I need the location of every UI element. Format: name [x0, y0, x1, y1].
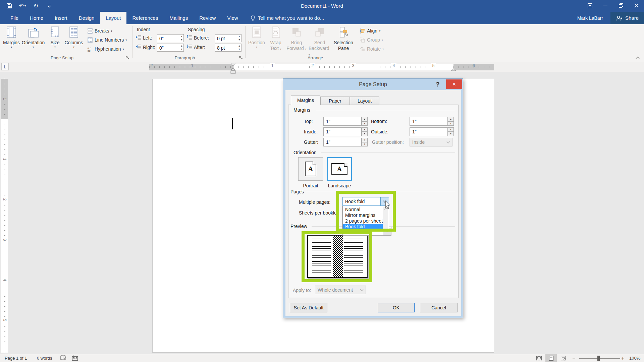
tab-mailings[interactable]: Mailings: [164, 12, 194, 24]
spacing-after-field[interactable]: 8 pt ▲▼: [215, 44, 241, 52]
size-button[interactable]: Size ▾: [48, 25, 62, 49]
dialog-tab-paper[interactable]: Paper: [320, 97, 350, 105]
minimize-button[interactable]: [598, 0, 613, 11]
bottom-label: Bottom:: [371, 119, 387, 124]
page-count[interactable]: Page 1 of 1: [5, 354, 27, 362]
paragraph-dialog-launcher[interactable]: [239, 56, 244, 61]
outside-spinner[interactable]: ▲▼: [448, 127, 454, 136]
mouse-cursor: [384, 200, 391, 210]
sheets-per-booklet-label: Sheets per booklet:: [299, 210, 339, 216]
gutter-position-label: Gutter position:: [372, 139, 404, 145]
gutter-field[interactable]: 1" ▲▼: [323, 138, 362, 146]
outside-field[interactable]: 1" ▲▼: [410, 127, 448, 136]
rotate-label: Rotate: [367, 46, 381, 52]
portrait-option[interactable]: A: [298, 157, 323, 181]
bring-forward-label-2: Forward ▾: [286, 46, 306, 51]
web-layout-button[interactable]: [557, 354, 569, 362]
gutter-spinner[interactable]: ▲▼: [362, 138, 368, 146]
word-count[interactable]: 0 words: [37, 354, 52, 362]
hyphenation-icon: abc: [87, 46, 93, 52]
right-indent-marker[interactable]: [451, 68, 456, 71]
spacing-before-label: Before:: [194, 35, 209, 41]
spacing-before-spinner[interactable]: ▲▼: [238, 35, 240, 42]
tab-home[interactable]: Home: [24, 12, 49, 24]
spacing-before-field[interactable]: 0 pt ▲▼: [215, 34, 241, 42]
cancel-button[interactable]: Cancel: [420, 303, 458, 312]
macro-button[interactable]: [72, 355, 78, 361]
read-mode-button[interactable]: [533, 354, 545, 362]
tab-stop-selector[interactable]: L: [1, 63, 9, 70]
top-field[interactable]: 1" ▲▼: [323, 117, 362, 126]
share-button[interactable]: Share: [610, 12, 644, 24]
margins-label: Margins: [3, 40, 20, 46]
ruler-number: 1: [2, 96, 7, 102]
zoom-out-button[interactable]: −: [572, 354, 575, 362]
tab-references[interactable]: References: [126, 12, 164, 24]
restore-button[interactable]: [613, 0, 629, 11]
indent-right-field[interactable]: 0" ▲▼: [157, 44, 184, 52]
proofing-status-button[interactable]: [60, 355, 66, 361]
tab-review[interactable]: Review: [194, 12, 221, 24]
set-as-default-button[interactable]: Set As Default: [290, 303, 327, 312]
tab-view[interactable]: View: [221, 12, 244, 24]
web-layout-icon: [560, 356, 566, 361]
tell-me-box[interactable]: Tell me what you want to do...: [251, 12, 324, 24]
ruler-number: 4: [2, 277, 7, 283]
spacing-after-spinner[interactable]: ▲▼: [238, 44, 240, 51]
indent-left-spinner[interactable]: ▲▼: [180, 35, 183, 42]
dialog-help-button[interactable]: ?: [433, 80, 442, 89]
top-spinner[interactable]: ▲▼: [362, 117, 368, 126]
gutter-label: Gutter:: [304, 139, 318, 145]
user-name[interactable]: Mark LaBarr: [577, 15, 603, 21]
vertical-ruler[interactable]: 1 1 2 3 4 5: [1, 72, 8, 354]
dialog-close-button[interactable]: ×: [446, 79, 462, 89]
horizontal-ruler[interactable]: 2 1 1 2 3 4 5 6: [0, 62, 644, 72]
orientation-button[interactable]: Orientation ▾: [21, 25, 45, 49]
zoom-slider-track[interactable]: [579, 358, 620, 359]
window-controls: [582, 0, 644, 12]
hyphenation-caret-icon: ▾: [123, 48, 124, 51]
ribbon-display-options-button[interactable]: [582, 0, 598, 11]
landscape-option[interactable]: A: [327, 157, 352, 181]
tab-file[interactable]: File: [5, 12, 24, 24]
tab-design[interactable]: Design: [73, 12, 100, 24]
tab-insert[interactable]: Insert: [49, 12, 73, 24]
portrait-page-icon: A: [305, 162, 316, 176]
zoom-in-button[interactable]: +: [621, 354, 624, 362]
tab-layout[interactable]: Layout: [100, 12, 126, 24]
print-layout-button[interactable]: [545, 354, 557, 362]
page-setup-dialog-launcher[interactable]: [125, 56, 130, 61]
zoom-level[interactable]: 100%: [629, 354, 640, 362]
line-numbers-button[interactable]: Line Numbers ▾: [87, 36, 127, 44]
pages-section-label: Pages: [290, 189, 304, 194]
close-button[interactable]: [629, 0, 644, 11]
ruler-number: 3: [2, 237, 7, 242]
hyphenation-button[interactable]: abc Hyphenation ▾: [87, 45, 124, 53]
indent-left-field[interactable]: 0" ▲▼: [157, 34, 184, 42]
indent-markers[interactable]: [230, 62, 236, 74]
breaks-button[interactable]: Breaks ▾: [87, 27, 112, 35]
group-icon: [360, 37, 365, 43]
inside-spinner[interactable]: ▲▼: [362, 127, 368, 136]
indent-right-spinner[interactable]: ▲▼: [180, 44, 183, 51]
size-label: Size: [50, 40, 59, 46]
dialog-tab-layout[interactable]: Layout: [350, 97, 379, 105]
ruler-number: 6: [471, 63, 476, 68]
margins-button[interactable]: Margins ▾: [3, 25, 19, 49]
dialog-tab-margins[interactable]: Margins: [291, 96, 320, 105]
bottom-field[interactable]: 1" ▲▼: [410, 117, 448, 126]
ok-button[interactable]: OK: [378, 303, 415, 312]
columns-button[interactable]: Columns ▾: [64, 25, 84, 49]
collapse-ribbon-button[interactable]: [635, 56, 640, 59]
align-icon: [360, 28, 365, 34]
bottom-spinner[interactable]: ▲▼: [448, 117, 454, 126]
inside-field[interactable]: 1" ▲▼: [323, 127, 362, 136]
lightbulb-icon: [251, 15, 255, 21]
send-backward-button: Send Backward ▾: [309, 25, 331, 57]
apply-to-dropdown: Whole document: [315, 286, 366, 294]
dialog-launcher-icon: [239, 56, 243, 60]
zoom-slider-handle[interactable]: [597, 356, 600, 361]
align-button[interactable]: Align ▾: [360, 27, 380, 35]
bring-forward-caret-icon: ▾: [305, 48, 307, 51]
selection-pane-button[interactable]: Selection Pane: [333, 25, 354, 51]
